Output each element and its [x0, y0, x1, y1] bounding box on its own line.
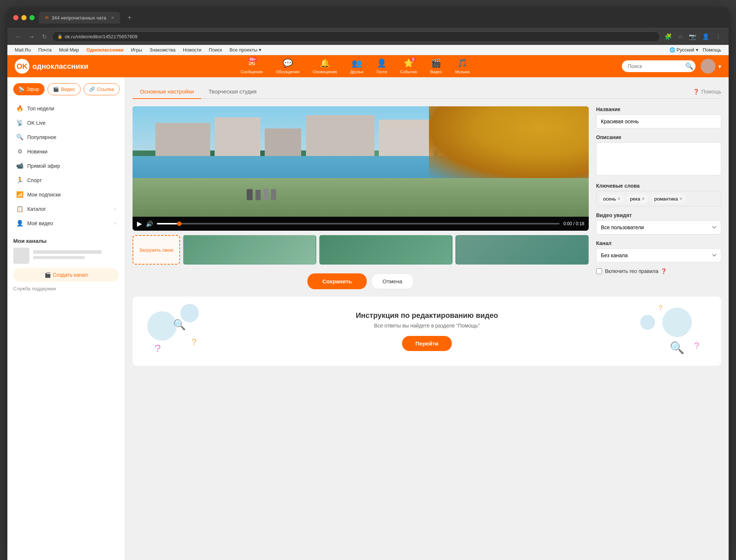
channel-lines [33, 250, 119, 261]
screenshot-icon[interactable]: 📷 [687, 32, 698, 42]
messages-badge: 99+ [248, 57, 257, 62]
nav-discussions[interactable]: 💬 Обсуждения [270, 56, 305, 77]
nav-music[interactable]: 🎵 Музыка [449, 56, 475, 77]
close-window-button[interactable] [13, 15, 18, 20]
topnav-odnoklassniki[interactable]: Одноклассники [87, 47, 124, 53]
keywords-label: Ключевые слова [596, 183, 721, 189]
geo-info-icon[interactable]: ❓ [661, 268, 667, 274]
thumbnail-option-1[interactable] [183, 235, 316, 265]
back-button[interactable]: ← [13, 32, 24, 42]
nav-events[interactable]: ⭐ 5 События [394, 56, 423, 77]
nav-notifications[interactable]: 🔔 Оповещения [307, 56, 343, 77]
description-input[interactable] [596, 142, 721, 176]
nav-friends[interactable]: 👥 Друзья [344, 56, 369, 77]
topnav-right: 🌐 Русский ▾ Помощь [669, 47, 721, 53]
geo-checkbox[interactable] [596, 268, 602, 274]
forward-button[interactable]: → [27, 32, 37, 42]
channel-line-2 [33, 256, 85, 259]
tag-label-osen: осень [603, 196, 616, 202]
thumbnail-option-2[interactable] [319, 235, 452, 265]
channel-select[interactable]: Без канала [596, 248, 721, 262]
topnav-poisk[interactable]: Поиск [209, 47, 222, 53]
tab-mail-icon: ✉ [45, 15, 49, 20]
nav-messages-label: Сообщения [241, 70, 263, 74]
content-tabs: Основные настройки Творческая студия ❓ П… [133, 85, 721, 99]
address-bar[interactable]: 🔒 ok.ru/video/editor/1452175657609 [52, 31, 660, 42]
topnav-allprojects[interactable]: Все проекты ▾ [229, 47, 261, 53]
nav-guests[interactable]: 👤 Гости [371, 56, 393, 77]
nav-messages[interactable]: ✉ 99+ Сообщения [235, 56, 269, 77]
sidebar-item-my-video[interactable]: 👤 Моё видео › [13, 216, 119, 230]
language-selector[interactable]: 🌐 Русский ▾ [669, 47, 698, 53]
create-channel-button[interactable]: 🎬 Создать канал [13, 268, 119, 281]
topnav-znakomstva[interactable]: Знакомства [149, 47, 176, 53]
topnav-mailru[interactable]: Mail.Ru [15, 47, 31, 53]
tag-remove-romantika[interactable]: × [679, 196, 682, 202]
maximize-window-button[interactable] [29, 15, 35, 20]
help-button[interactable]: ❓ Помощь [693, 89, 721, 95]
sidebar-item-ok-live[interactable]: 📡 OK Live [13, 116, 119, 130]
nav-video[interactable]: 🎬 Видео [424, 56, 448, 77]
video-form-panel: Название Описание Ключевые слова осень × [596, 106, 721, 289]
sidebar-tab-link[interactable]: 🔗 Ссылка [84, 83, 120, 95]
subscriptions-icon: 📶 [16, 191, 24, 198]
new-icon: ⚙ [16, 148, 24, 155]
user-menu-chevron[interactable]: ▾ [718, 63, 721, 70]
sidebar-tab-efir[interactable]: 📡 Эфир [13, 83, 45, 95]
sidebar-item-catalog[interactable]: 📋 Каталог › [13, 202, 119, 216]
sidebar-item-popular[interactable]: 🔍 Популярное [13, 130, 119, 144]
save-button[interactable]: Сохранить [307, 273, 366, 289]
sidebar-item-new[interactable]: ⚙ Новинки [13, 144, 119, 159]
search-input[interactable] [622, 60, 695, 72]
sidebar-item-sport[interactable]: 🏃 Спорт [13, 173, 119, 187]
thumbnail-option-3[interactable] [455, 235, 589, 265]
sidebar-tab-video[interactable]: 🎬 Видео [47, 83, 81, 95]
events-badge: 5 [411, 57, 416, 62]
upload-thumbnail-button[interactable]: Загрузить свою [133, 235, 180, 265]
catalog-icon: 📋 [16, 205, 24, 212]
sidebar-item-live[interactable]: 📹 Прямой эфир [13, 159, 119, 173]
title-input[interactable] [596, 114, 721, 128]
sidebar-item-top-week[interactable]: 🔥 Топ недели [13, 101, 119, 116]
volume-button[interactable]: 🔊 [146, 220, 153, 227]
tag-remove-osen[interactable]: × [617, 196, 620, 202]
topnav-pochta[interactable]: Почта [38, 47, 52, 53]
user-avatar[interactable] [701, 59, 715, 74]
tab-title: 344 непрочитанных чата [52, 15, 106, 21]
bookmark-star-icon[interactable]: ☆ [676, 32, 684, 42]
music-icon: 🎵 [457, 59, 467, 68]
minimize-window-button[interactable] [21, 15, 27, 20]
new-tab-button[interactable]: + [124, 12, 135, 24]
topnav-novosti[interactable]: Новости [183, 47, 201, 53]
browser-tab[interactable]: ✉ 344 непрочитанных чата × [39, 12, 120, 24]
browser-menu-icon[interactable]: ⋮ [714, 32, 723, 42]
deco-question-3: ? [694, 341, 699, 351]
deco-magnifier-right: 🔍 [670, 341, 684, 355]
help-link[interactable]: Помощь [703, 47, 721, 53]
ok-logo[interactable]: OK одноклассники [15, 55, 88, 77]
topnav-moimir[interactable]: Мой Мир [59, 47, 79, 53]
user-profile-icon[interactable]: 👤 [701, 32, 711, 42]
deco-question-4: ? [658, 304, 662, 312]
nav-discussions-label: Обсуждения [276, 70, 299, 74]
sidebar-item-subscriptions[interactable]: 📶 Мои подписки [13, 187, 119, 202]
tag-remove-reka[interactable]: × [642, 196, 645, 202]
progress-bar[interactable] [157, 223, 560, 224]
tab-basic-settings[interactable]: Основные настройки [133, 85, 201, 99]
time-display: 0:00 / 0:18 [563, 221, 584, 226]
efir-icon: 📡 [18, 86, 24, 92]
cancel-button[interactable]: Отмена [371, 273, 414, 289]
extension-puzzle-icon[interactable]: 🧩 [663, 32, 673, 42]
events-icon: ⭐ 5 [404, 59, 413, 68]
tab-creative-studio[interactable]: Творческая студия [201, 85, 264, 99]
topnav-igry[interactable]: Игры [131, 47, 142, 53]
deco-magnifier-left: 🔍 [173, 319, 186, 331]
visibility-select[interactable]: Все пользователи Только друзья Только я [596, 220, 721, 234]
help-goto-button[interactable]: Перейти [402, 336, 451, 351]
support-link[interactable]: Служба поддержки [13, 286, 119, 291]
tab-close-button[interactable]: × [111, 15, 114, 21]
search-button[interactable]: 🔍 [685, 62, 693, 70]
video-scene [133, 106, 589, 217]
play-button[interactable]: ▶ [137, 220, 142, 228]
refresh-button[interactable]: ↻ [40, 32, 49, 42]
